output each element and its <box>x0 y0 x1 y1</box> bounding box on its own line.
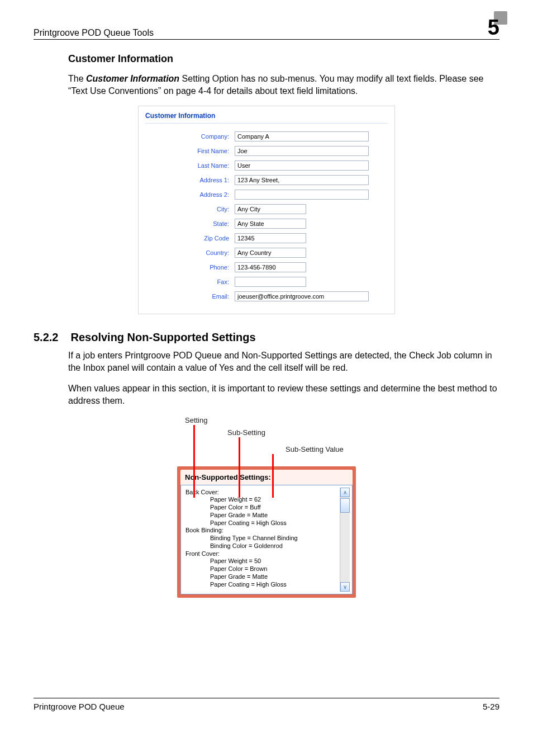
nss-line: Paper Grade = Matte <box>185 573 337 581</box>
input-zip[interactable] <box>235 233 306 243</box>
label-zip: Zip Code <box>145 235 235 242</box>
nss-panel: Non-Supported Settings: Back Cover: Pape… <box>177 466 356 598</box>
label-address2: Address 2: <box>145 191 235 198</box>
label-company: Company: <box>145 133 235 140</box>
scroll-thumb[interactable] <box>340 498 350 513</box>
section-5-2-2-p1: If a job enters Printgroove POD Queue an… <box>68 349 499 374</box>
diagram-redline-1 <box>193 425 195 498</box>
nss-line: Paper Color = Buff <box>185 504 337 512</box>
input-fax[interactable] <box>235 277 306 287</box>
section-5-2-2-heading: 5.2.2 Resolving Non-Supported Settings <box>34 331 499 344</box>
label-country: Country: <box>145 249 235 256</box>
form-divider <box>145 123 388 124</box>
input-country[interactable] <box>235 248 306 258</box>
nss-line: Binding Type = Channel Binding <box>185 535 337 542</box>
footer-product: Printgroove POD Queue <box>34 702 125 711</box>
label-email: Email: <box>145 293 235 300</box>
running-header: Printgroove POD Queue Tools 5 <box>34 17 499 40</box>
input-address2[interactable] <box>235 190 369 200</box>
nss-line: Binding Color = Goldenrod <box>185 542 337 550</box>
label-first-name: First Name: <box>145 148 235 154</box>
nss-cat-back-cover: Back Cover: <box>185 489 337 497</box>
nss-line: Paper Grade = Matte <box>185 512 337 519</box>
running-title: Printgroove POD Queue Tools <box>34 28 154 38</box>
nss-line: Paper Weight = 62 <box>185 496 337 504</box>
section-5-2-2-p2: When values appear in this section, it i… <box>68 382 499 407</box>
label-last-name: Last Name: <box>145 162 235 169</box>
customer-info-heading: Customer Information <box>68 53 499 65</box>
nss-diagram: Setting Sub-Setting Sub-Setting Value No… <box>177 416 356 601</box>
nss-line: Paper Weight = 50 <box>185 557 337 565</box>
input-email[interactable] <box>235 291 369 301</box>
form-title: Customer Information <box>145 112 388 120</box>
customer-info-paragraph: The Customer Information Setting Option … <box>68 73 499 97</box>
label-address1: Address 1: <box>145 177 235 183</box>
diagram-redline-3 <box>272 454 274 498</box>
input-state[interactable] <box>235 219 306 229</box>
nss-line: Paper Color = Brown <box>185 565 337 573</box>
section-number: 5.2.2 <box>34 331 58 344</box>
footer-page-number: 5-29 <box>483 702 499 711</box>
diagram-redline-2 <box>239 437 240 498</box>
input-phone[interactable] <box>235 262 306 272</box>
diagram-label-subsetting-value: Sub-Setting Value <box>285 445 344 453</box>
input-company[interactable] <box>235 131 369 141</box>
section-title: Resolving Non-Supported Settings <box>70 331 255 344</box>
nss-scrollbar[interactable]: ∧ ∨ <box>340 488 350 592</box>
diagram-label-setting: Setting <box>185 416 207 424</box>
nss-panel-content: Back Cover: Paper Weight = 62 Paper Colo… <box>183 488 340 592</box>
label-state: State: <box>145 220 235 227</box>
nss-cat-front-cover: Front Cover: <box>185 550 337 558</box>
input-first-name[interactable] <box>235 146 369 156</box>
input-address1[interactable] <box>235 175 369 185</box>
page-footer: Printgroove POD Queue 5-29 <box>34 698 499 711</box>
nss-panel-header: Non-Supported Settings: <box>180 470 353 485</box>
label-fax: Fax: <box>145 278 235 285</box>
diagram-label-subsetting: Sub-Setting <box>227 428 265 437</box>
input-last-name[interactable] <box>235 160 369 171</box>
nss-cat-book-binding: Book Binding: <box>185 527 337 535</box>
label-phone: Phone: <box>145 264 235 271</box>
nss-line: Paper Coating = High Gloss <box>185 581 337 589</box>
nss-line: Paper Coating = High Gloss <box>185 519 337 527</box>
input-city[interactable] <box>235 204 306 214</box>
scroll-down-button[interactable]: ∨ <box>340 582 350 592</box>
chapter-number: 5 <box>488 17 499 38</box>
label-city: City: <box>145 206 235 212</box>
customer-info-form-screenshot: Customer Information Company: First Name… <box>138 106 395 314</box>
scroll-up-button[interactable]: ∧ <box>340 488 350 497</box>
